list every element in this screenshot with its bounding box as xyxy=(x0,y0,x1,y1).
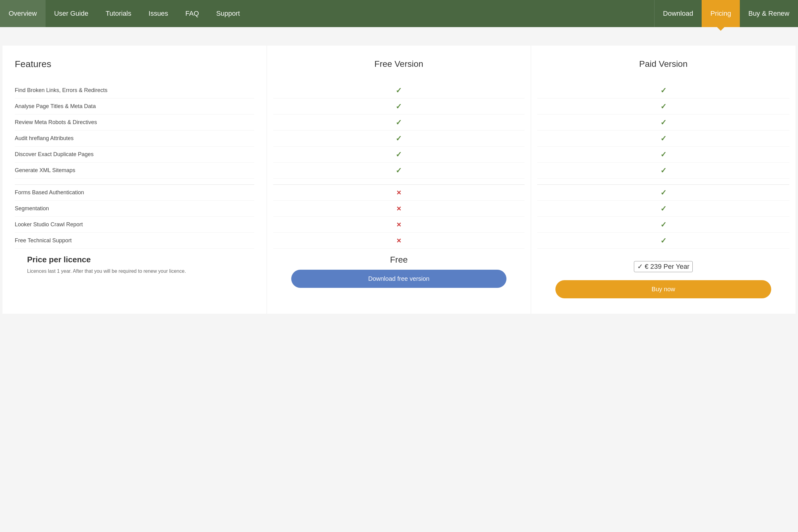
nav-pricing[interactable]: Pricing xyxy=(702,0,740,27)
checkmark-icon: ✓ xyxy=(660,205,667,213)
nav-tutorials[interactable]: Tutorials xyxy=(97,0,140,27)
feature-row-10: Free Technical Support xyxy=(15,233,254,249)
feature-label-6: Generate XML Sitemaps xyxy=(15,167,75,174)
paid-check-2: ✓ xyxy=(537,98,790,115)
separator-row-paid xyxy=(537,178,790,185)
cross-icon: ✕ xyxy=(396,189,401,196)
checkmark-icon: ✓ xyxy=(396,86,402,95)
paid-check-10: ✓ xyxy=(537,233,790,249)
free-version-header: Free Version xyxy=(273,55,525,73)
paid-check-5: ✓ xyxy=(537,147,790,163)
paid-check-7: ✓ xyxy=(537,185,790,201)
checkmark-icon: ✓ xyxy=(660,188,667,197)
nav-buy-renew[interactable]: Buy & Renew xyxy=(740,0,798,27)
price-section-features: Price per licence Licences last 1 year. … xyxy=(15,249,254,284)
features-column: Features Find Broken Links, Errors & Red… xyxy=(2,45,267,314)
free-price-label: Free xyxy=(279,255,519,265)
feature-row-2: Analyse Page Titles & Meta Data xyxy=(15,98,254,115)
checkmark-icon: ✓ xyxy=(396,166,402,175)
feature-label-7: Forms Based Authentication xyxy=(15,189,84,196)
checkmark-icon: ✓ xyxy=(660,102,667,111)
free-cross-8: ✕ xyxy=(273,201,525,217)
checkmark-icon: ✓ xyxy=(660,86,667,95)
nav-overview[interactable]: Overview xyxy=(0,0,45,27)
paid-version-header: Paid Version xyxy=(537,55,790,73)
checkmark-icon: ✓ xyxy=(396,102,402,111)
feature-row-8: Segmentation xyxy=(15,201,254,217)
paid-price-prefix: ✓ xyxy=(637,263,643,271)
free-check-2: ✓ xyxy=(273,98,525,115)
checkmark-icon: ✓ xyxy=(660,221,667,229)
download-free-button[interactable]: Download free version xyxy=(291,270,507,288)
separator-row-free xyxy=(273,178,525,185)
checkmark-icon: ✓ xyxy=(660,166,667,175)
free-cross-10: ✕ xyxy=(273,233,525,249)
feature-label-3: Review Meta Robots & Directives xyxy=(15,119,97,126)
free-cross-9: ✕ xyxy=(273,217,525,233)
cross-icon: ✕ xyxy=(396,205,401,212)
feature-label-4: Audit hreflang Attributes xyxy=(15,135,74,142)
checkmark-icon: ✓ xyxy=(396,118,402,127)
checkmark-icon: ✓ xyxy=(660,236,667,245)
main-nav: Overview User Guide Tutorials Issues FAQ… xyxy=(0,0,798,27)
cross-icon: ✕ xyxy=(396,221,401,228)
free-cross-7: ✕ xyxy=(273,185,525,201)
price-section-desc: Licences last 1 year. After that you wil… xyxy=(27,268,242,275)
feature-row-5: Discover Exact Duplicate Pages xyxy=(15,147,254,163)
feature-row-3: Review Meta Robots & Directives xyxy=(15,115,254,131)
feature-label-2: Analyse Page Titles & Meta Data xyxy=(15,103,96,110)
free-check-4: ✓ xyxy=(273,131,525,147)
pricing-table: Features Find Broken Links, Errors & Red… xyxy=(2,45,796,314)
feature-row-9: Looker Studio Crawl Report xyxy=(15,217,254,233)
nav-faq[interactable]: FAQ xyxy=(177,0,208,27)
cross-icon: ✕ xyxy=(396,237,401,244)
free-check-1: ✓ xyxy=(273,82,525,98)
checkmark-icon: ✓ xyxy=(396,134,402,143)
feature-row-1: Find Broken Links, Errors & Redirects xyxy=(15,82,254,98)
nav-download[interactable]: Download xyxy=(654,0,702,27)
features-header: Features xyxy=(15,55,254,73)
nav-support[interactable]: Support xyxy=(208,0,248,27)
paid-check-1: ✓ xyxy=(537,82,790,98)
checkmark-icon: ✓ xyxy=(660,150,667,159)
feature-label-8: Segmentation xyxy=(15,205,49,212)
feature-label-1: Find Broken Links, Errors & Redirects xyxy=(15,87,108,94)
free-version-column: Free Version ✓ ✓ ✓ ✓ ✓ ✓ ✕ ✕ ✕ ✕ xyxy=(267,45,531,314)
paid-check-9: ✓ xyxy=(537,217,790,233)
free-check-5: ✓ xyxy=(273,147,525,163)
nav-issues[interactable]: Issues xyxy=(140,0,177,27)
paid-check-6: ✓ xyxy=(537,163,790,178)
feature-label-10: Free Technical Support xyxy=(15,237,72,244)
paid-price-section: ✓ € 239 Per Year Buy now xyxy=(537,249,790,304)
checkmark-icon: ✓ xyxy=(396,150,402,159)
feature-row-4: Audit hreflang Attributes xyxy=(15,131,254,147)
price-section-title: Price per licence xyxy=(27,255,242,264)
free-price-section: Free Download free version xyxy=(273,249,525,294)
paid-check-8: ✓ xyxy=(537,201,790,217)
free-check-6: ✓ xyxy=(273,163,525,178)
free-check-3: ✓ xyxy=(273,115,525,131)
checkmark-icon: ✓ xyxy=(660,134,667,143)
feature-row-7: Forms Based Authentication xyxy=(15,185,254,201)
feature-label-9: Looker Studio Crawl Report xyxy=(15,221,83,228)
paid-price-amount: € 239 Per Year xyxy=(645,263,690,271)
checkmark-icon: ✓ xyxy=(660,118,667,127)
nav-user-guide[interactable]: User Guide xyxy=(45,0,97,27)
paid-check-4: ✓ xyxy=(537,131,790,147)
header-space xyxy=(0,27,798,45)
paid-price-currency-block: ✓ € 239 Per Year xyxy=(634,261,693,272)
paid-check-3: ✓ xyxy=(537,115,790,131)
buy-now-button[interactable]: Buy now xyxy=(555,280,771,298)
paid-price-value: ✓ € 239 Per Year xyxy=(544,255,783,275)
separator-row xyxy=(15,178,254,185)
feature-label-5: Discover Exact Duplicate Pages xyxy=(15,151,94,158)
paid-version-column: Paid Version ✓ ✓ ✓ ✓ ✓ ✓ ✓ ✓ ✓ ✓ xyxy=(531,45,796,314)
paid-price-badge: ✓ € 239 Per Year xyxy=(544,261,783,272)
feature-row-6: Generate XML Sitemaps xyxy=(15,163,254,178)
